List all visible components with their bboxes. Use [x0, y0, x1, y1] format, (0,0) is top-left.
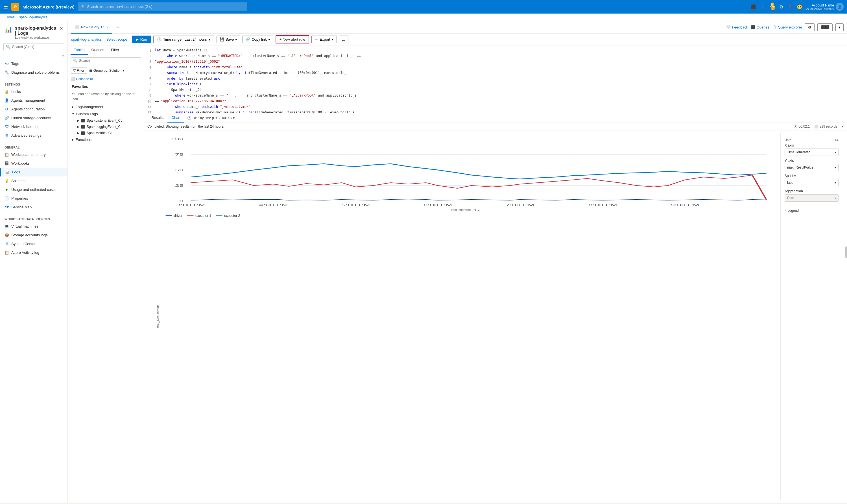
sidebar-item-linked-storage[interactable]: 🔗 Linked storage accounts	[0, 113, 68, 122]
filter-button[interactable]: ▽ Filter	[71, 68, 87, 74]
line-number-2: 2	[144, 54, 154, 58]
sidebar-item-locks[interactable]: 🔒 Locks	[0, 87, 68, 96]
sidebar-item-usage[interactable]: ● Usage and estimated costs	[0, 185, 68, 194]
query-tab-close[interactable]: ×	[107, 25, 108, 29]
left-tab-filter[interactable]: Filter	[108, 46, 123, 55]
left-tab-queries[interactable]: Queries	[88, 46, 108, 55]
code-editor[interactable]: 1let Data = SparkMetrics_CL2 | where wor…	[144, 46, 847, 113]
line-content-5: | summarize UsedMemory=max(value_d) by b…	[154, 71, 847, 75]
notifications-icon[interactable]: 🔔 7	[770, 2, 775, 12]
left-tab-tables[interactable]: Tables	[71, 46, 88, 55]
breadcrumb-workspace[interactable]: spark-log-analytics	[19, 15, 48, 19]
help-icon[interactable]: ❓	[787, 4, 793, 10]
legend-section[interactable]: › Legend	[781, 206, 843, 215]
legend-driver-color	[165, 215, 172, 216]
split-by-select[interactable]: label ▾	[785, 179, 839, 186]
y-axis-select[interactable]: max_ResultValue ▾	[785, 164, 839, 171]
sidebar-item-agents-config[interactable]: ⚙ Agents configuration	[0, 105, 68, 113]
chevron-down-button[interactable]: ▾	[835, 23, 844, 31]
tree-group-custom-logs[interactable]: ▼ Custom Logs	[68, 110, 144, 118]
select-scope-button[interactable]: Select scope	[104, 36, 129, 43]
tree-item-spark-listener[interactable]: ▶ ⬛ SparkListenerEvent_CL	[68, 118, 144, 124]
tree-group-logmanagement[interactable]: ▶ LogManagement	[68, 103, 144, 110]
more-button[interactable]: ...	[339, 36, 348, 43]
export-button[interactable]: → Export ▾	[311, 36, 337, 43]
tree-group-functions[interactable]: ▶ Functions	[68, 136, 144, 143]
account-menu[interactable]: Account Name Azure Active Directory 👤	[806, 3, 844, 11]
results-tab[interactable]: Results	[147, 113, 167, 123]
legend-driver-label: driver	[174, 214, 182, 218]
results-tabs: Results Chart 🕐 Display time (UTC+00:00)…	[144, 113, 847, 123]
gear-panel-button[interactable]: ⚙	[805, 23, 814, 31]
sidebar-item-activity-log[interactable]: 📋 Azure Activity log	[0, 248, 68, 257]
collapse-all-button[interactable]: ⬜ Collapse all	[68, 76, 96, 82]
copy-link-button[interactable]: 🔗 Copy link ▾	[242, 36, 273, 43]
sidebar-item-workbooks-label: Workbooks	[11, 161, 30, 165]
save-icon: 💾	[220, 37, 224, 41]
time-range-button[interactable]: 🕐 Time range : Last 24 hours ▾	[153, 36, 214, 43]
layout-button[interactable]: ⬛⬛	[817, 23, 833, 31]
y-axis-label: max_ResultValue	[156, 304, 160, 328]
collapse-results-icon[interactable]: ▾	[842, 125, 844, 128]
display-time-button[interactable]: 🕐 Display time (UTC+00:00) ▾	[187, 116, 234, 120]
sidebar-item-service-map[interactable]: 🗺 Service Map	[0, 203, 68, 212]
svg-text:3:00 PM: 3:00 PM	[176, 203, 205, 207]
group-by-button[interactable]: ☰ Group by: Solution ▾	[89, 69, 124, 73]
aggregation-select[interactable]: Sum ▾	[785, 194, 839, 202]
tree-item-spark-metrics[interactable]: ▶ ⬛ SparkMetrics_CL	[68, 130, 144, 136]
table-icon-0: ⬛	[81, 119, 85, 123]
directory-icon[interactable]: 👤	[760, 4, 766, 10]
chart-svg: 100 75 50 25 0 3:00 PM 4:00 PM 5:00 PM 6…	[148, 133, 780, 207]
save-button[interactable]: 💾 Save ▾	[217, 36, 240, 43]
global-search-bar[interactable]: 🔍 Search resources, services, and docs (…	[78, 2, 247, 11]
expand-icon[interactable]: >>	[835, 138, 839, 142]
usage-icon: ●	[4, 187, 9, 192]
feedback-button[interactable]: 🤍 Feedback	[726, 25, 748, 29]
network-icon: 🛡	[4, 125, 9, 129]
legend-executor2: executor 2	[216, 214, 240, 218]
favorites-message: You can add favorites by clicking on the…	[68, 90, 144, 103]
sidebar-item-logs[interactable]: 📊 Logs	[0, 168, 68, 177]
left-panel-more-icon[interactable]: ⋮	[135, 46, 141, 55]
chart-tab[interactable]: Chart	[167, 113, 184, 123]
line-content-6: | order by TimeGenerated asc	[154, 76, 847, 80]
add-tab-button[interactable]: +	[114, 23, 122, 31]
sidebar-item-storage-logs-label: Storage accounts logs	[11, 233, 48, 237]
x-axis-select[interactable]: TimeGenerated ▾	[785, 148, 839, 156]
cloud-shell-icon[interactable]: ⬛	[751, 4, 756, 10]
tree-item-spark-logging[interactable]: ▶ ⬛ SparkLoggingEvent_CL	[68, 124, 144, 130]
sidebar-item-advanced[interactable]: ⚙ Advanced settings	[0, 131, 68, 140]
account-subtitle: Azure Active Directory	[806, 7, 834, 11]
time-chevron: ▾	[233, 116, 235, 120]
sidebar-search[interactable]: 🔍	[3, 43, 64, 50]
sidebar-search-input[interactable]	[12, 45, 61, 49]
settings-icon[interactable]: ⚙	[779, 4, 783, 10]
left-search-input[interactable]	[79, 59, 138, 63]
query-explorer-button[interactable]: 📋 Query explorer	[772, 25, 802, 29]
left-panel-search[interactable]: 🔍	[71, 57, 141, 64]
y-axis-chevron: ▾	[834, 166, 836, 169]
sidebar-item-workbooks[interactable]: 📓 Workbooks	[0, 159, 68, 168]
sidebar-item-diagnose[interactable]: 🔧 Diagnose and solve problems	[0, 68, 68, 77]
new-alert-rule-button[interactable]: + New alert rule	[275, 35, 309, 43]
feedback-icon[interactable]: 😊	[797, 4, 803, 10]
sidebar-item-storage-logs[interactable]: 📦 Storage accounts logs	[0, 231, 68, 239]
sidebar-item-workspace-summary[interactable]: 📋 Workspace summary	[0, 150, 68, 159]
query-tab-1[interactable]: ⬜ New Query 1* ×	[71, 21, 112, 34]
left-panel: Tables Queries Filter ⋮ 🔍 ▽ Filter ☰	[68, 46, 144, 503]
line-number-10: 10	[144, 99, 154, 103]
close-workspace-button[interactable]: ×	[60, 26, 63, 32]
legend-title: Legend	[788, 209, 799, 213]
sidebar-collapse-icon[interactable]: «	[62, 53, 65, 58]
sidebar-item-vms[interactable]: 💻 Virtual machines	[0, 222, 68, 231]
sidebar-item-solutions[interactable]: 💡 Solutions	[0, 177, 68, 185]
queries-button[interactable]: ⬛ Queries	[751, 25, 769, 29]
sidebar-item-tags[interactable]: 🏷 Tags	[0, 59, 68, 68]
run-button[interactable]: ▶ Run	[132, 36, 151, 43]
sidebar-item-network[interactable]: 🛡 Network Isolation	[0, 122, 68, 131]
hamburger-icon[interactable]: ☰	[3, 4, 8, 10]
sidebar-item-system-center[interactable]: 🖥 System Center	[0, 239, 68, 248]
breadcrumb-home[interactable]: Home	[6, 15, 15, 19]
sidebar-item-properties[interactable]: 📄 Properties	[0, 194, 68, 203]
sidebar-item-agents-mgmt[interactable]: 👤 Agents management	[0, 96, 68, 105]
